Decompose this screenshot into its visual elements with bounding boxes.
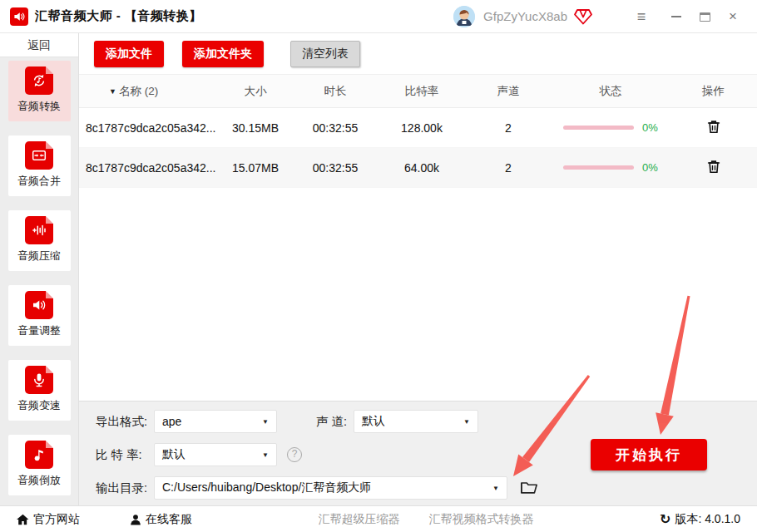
column-header-bitrate: 比特率: [378, 84, 465, 99]
person-icon: [130, 514, 141, 525]
chevron-down-icon: ▼: [463, 418, 470, 426]
output-dir-select[interactable]: C:/Users/huibang/Desktop/汇帮音频大师 ▼: [154, 476, 507, 500]
output-dir-label: 输出目录:: [96, 476, 147, 500]
volume-adjust-icon: [25, 291, 53, 319]
file-size: 15.07MB: [219, 161, 292, 175]
promo-link-super-compressor[interactable]: 汇帮超级压缩器: [319, 512, 400, 527]
open-folder-icon[interactable]: [520, 479, 538, 495]
audio-convert-icon: [25, 66, 53, 95]
status-cell: 0%: [552, 161, 670, 174]
sort-desc-icon: ▼: [109, 87, 116, 96]
table-header-row: ▼ 名称 (2) 大小 时长 比特率 声道 状态 操作: [79, 75, 757, 108]
file-bitrate: 64.00k: [378, 161, 465, 175]
column-header-duration: 时长: [292, 84, 378, 99]
add-file-button[interactable]: 添加文件: [94, 41, 164, 67]
chevron-down-icon: ▼: [492, 485, 499, 492]
official-website-link[interactable]: 官方网站: [17, 512, 80, 527]
avatar[interactable]: [453, 6, 475, 27]
table-row: 8c1787c9dca2c05a342... 15.07MB 00:32:55 …: [79, 148, 757, 188]
column-header-size: 大小: [219, 84, 292, 99]
sidebar: 返回 音频转换 音频合并: [0, 33, 79, 505]
home-icon: [17, 514, 29, 525]
refresh-icon[interactable]: ↻: [660, 511, 670, 527]
delete-trash-icon[interactable]: [706, 159, 721, 175]
sidebar-item-audio-reverse[interactable]: 音频倒放: [8, 435, 71, 495]
status-cell: 0%: [552, 121, 670, 134]
sidebar-item-label: 音频转换: [17, 99, 61, 114]
audio-compress-icon: [25, 216, 53, 244]
toolbar: 添加文件 添加文件夹 清空列表: [79, 33, 757, 75]
sidebar-item-label: 音频压缩: [17, 249, 61, 264]
minimize-button[interactable]: [662, 0, 690, 33]
progress-percent: 0%: [642, 161, 658, 174]
back-button[interactable]: 返回: [0, 33, 78, 57]
file-bitrate: 128.00k: [378, 121, 465, 135]
chevron-down-icon: ▼: [262, 451, 269, 459]
sidebar-item-audio-merge[interactable]: 音频合并: [8, 135, 71, 196]
channel-label: 声 道:: [316, 410, 347, 433]
column-header-status: 状态: [552, 84, 670, 99]
table-row: 8c1787c9dca2c05a342... 30.15MB 00:32:55 …: [79, 108, 757, 148]
sidebar-item-label: 音频合并: [17, 174, 61, 189]
statusbar: 官方网站 在线客服 汇帮超级压缩器 汇帮视频格式转换器 ↻ 版本: 4.0.1.…: [0, 505, 757, 532]
audio-merge-icon: [25, 141, 53, 170]
file-duration: 00:32:55: [292, 161, 378, 175]
sidebar-item-audio-convert[interactable]: 音频转换: [8, 61, 71, 121]
version-info: ↻ 版本: 4.0.1.0: [660, 511, 740, 527]
sidebar-item-label: 音量调整: [17, 323, 61, 338]
sidebar-item-audio-compress[interactable]: 音频压缩: [8, 210, 71, 271]
app-logo-speaker-icon: [10, 7, 28, 26]
titlebar: 汇帮音频大师 - 【音频转换】 GfpZyYucX8ab ≡ ×: [0, 0, 757, 33]
column-header-name[interactable]: ▼ 名称 (2): [79, 84, 219, 99]
music-note-icon: [25, 441, 53, 469]
start-execute-button[interactable]: 开始执行: [591, 439, 707, 470]
sidebar-item-audio-speed[interactable]: 音频变速: [8, 360, 71, 421]
file-name: 8c1787c9dca2c05a342...: [79, 121, 219, 135]
online-service-link[interactable]: 在线客服: [130, 512, 192, 527]
sidebar-item-volume-adjust[interactable]: 音量调整: [8, 285, 71, 346]
app-window: 汇帮音频大师 - 【音频转换】 GfpZyYucX8ab ≡ × 返回: [0, 0, 757, 532]
export-format-label: 导出格式:: [96, 410, 147, 433]
column-header-actions: 操作: [670, 84, 757, 99]
promo-link-video-converter[interactable]: 汇帮视频格式转换器: [429, 512, 534, 527]
progress-percent: 0%: [642, 121, 658, 134]
add-folder-button[interactable]: 添加文件夹: [182, 41, 264, 67]
chevron-down-icon: ▼: [262, 418, 269, 426]
file-name: 8c1787c9dca2c05a342...: [79, 161, 219, 175]
file-channels: 2: [465, 121, 552, 135]
app-title: 汇帮音频大师 - 【音频转换】: [35, 8, 202, 24]
menu-icon[interactable]: ≡: [627, 0, 656, 33]
microphone-icon: [25, 366, 53, 394]
maximize-button[interactable]: [690, 0, 719, 33]
help-icon[interactable]: ?: [287, 447, 302, 462]
progress-bar: [563, 126, 634, 130]
username[interactable]: GfpZyYucX8ab: [483, 9, 567, 23]
channel-select[interactable]: 默认 ▼: [354, 410, 478, 433]
bitrate-select[interactable]: 默认 ▼: [154, 443, 277, 466]
column-header-channels: 声道: [465, 84, 552, 99]
progress-bar: [563, 165, 634, 170]
settings-panel: 导出格式: ape ▼ 声 道: 默认 ▼ 比 特 率: 默认 ▼ ? 输出目录…: [79, 401, 757, 505]
file-size: 30.15MB: [219, 121, 292, 135]
delete-trash-icon[interactable]: [706, 119, 721, 135]
bitrate-label: 比 特 率:: [96, 443, 142, 466]
export-format-select[interactable]: ape ▼: [154, 410, 277, 433]
clear-list-button[interactable]: 清空列表: [290, 41, 360, 67]
sidebar-item-label: 音频倒放: [17, 473, 61, 488]
close-button[interactable]: ×: [719, 0, 747, 33]
sidebar-item-label: 音频变速: [17, 398, 61, 413]
vip-badge-icon[interactable]: [574, 8, 592, 25]
file-channels: 2: [465, 161, 552, 175]
file-duration: 00:32:55: [292, 121, 378, 135]
